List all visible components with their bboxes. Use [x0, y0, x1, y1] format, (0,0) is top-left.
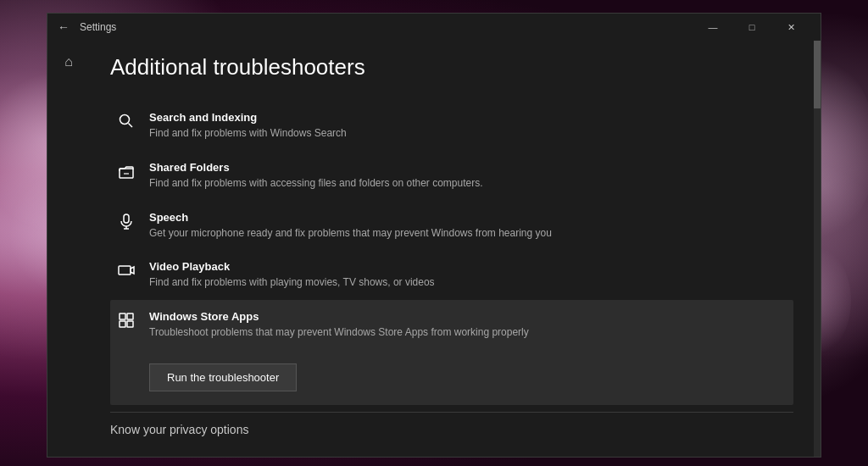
- search-indexing-title: Search and Indexing: [149, 111, 787, 124]
- svg-rect-7: [119, 266, 131, 275]
- privacy-section: Know your privacy options: [110, 412, 793, 436]
- shared-folders-title: Shared Folders: [149, 161, 787, 174]
- back-button[interactable]: ←: [58, 20, 70, 34]
- video-playback-icon: [117, 262, 136, 283]
- settings-window: ← Settings — □ ✕ ⌂ Additional troublesho…: [47, 13, 821, 458]
- svg-rect-10: [120, 321, 125, 327]
- svg-rect-9: [127, 313, 133, 319]
- home-icon[interactable]: ⌂: [64, 54, 73, 69]
- window-title: Settings: [80, 21, 693, 33]
- video-playback-title: Video Playback: [149, 260, 787, 273]
- shared-folders-icon: [117, 163, 136, 184]
- troubleshooter-item-speech[interactable]: Speech Get your microphone ready and fix…: [110, 201, 793, 251]
- troubleshooter-item-video-playback[interactable]: Video Playback Find and fix problems wit…: [110, 250, 793, 300]
- video-playback-desc: Find and fix problems with playing movie…: [149, 275, 787, 290]
- search-indexing-text: Search and Indexing Find and fix problem…: [149, 111, 787, 141]
- windows-store-desc: Troubleshoot problems that may prevent W…: [149, 325, 787, 340]
- windows-store-icon: [117, 312, 136, 333]
- svg-rect-11: [127, 321, 133, 327]
- speech-desc: Get your microphone ready and fix proble…: [149, 226, 787, 241]
- main-content: Additional troubleshooters Search and In…: [90, 41, 814, 457]
- maximize-button[interactable]: □: [732, 14, 771, 41]
- windows-store-title: Windows Store Apps: [149, 310, 787, 323]
- content-area: ⌂ Additional troubleshooters Search and …: [47, 41, 821, 457]
- window-controls: — □ ✕: [693, 14, 810, 41]
- minimize-button[interactable]: —: [693, 14, 732, 41]
- windows-store-text: Windows Store Apps Troubleshoot problems…: [149, 310, 787, 340]
- run-troubleshooter-button[interactable]: Run the troubleshooter: [149, 363, 297, 391]
- shared-folders-desc: Find and fix problems with accessing fil…: [149, 176, 787, 191]
- troubleshooter-item-shared-folders[interactable]: Shared Folders Find and fix problems wit…: [110, 151, 793, 201]
- svg-line-1: [129, 124, 133, 128]
- troubleshooter-item-search-indexing[interactable]: Search and Indexing Find and fix problem…: [110, 101, 793, 151]
- speech-text: Speech Get your microphone ready and fix…: [149, 211, 787, 241]
- shared-folders-text: Shared Folders Find and fix problems wit…: [149, 161, 787, 191]
- windows-store-header: Windows Store Apps Troubleshoot problems…: [117, 310, 787, 340]
- scrollbar-thumb[interactable]: [814, 41, 821, 108]
- video-playback-text: Video Playback Find and fix problems wit…: [149, 260, 787, 290]
- svg-rect-4: [124, 214, 129, 223]
- close-button[interactable]: ✕: [771, 14, 810, 41]
- sidebar: ⌂: [47, 41, 90, 457]
- page-title: Additional troubleshooters: [110, 54, 793, 80]
- troubleshooter-item-windows-store-apps[interactable]: Windows Store Apps Troubleshoot problems…: [110, 300, 793, 405]
- titlebar: ← Settings — □ ✕: [47, 14, 821, 41]
- search-indexing-desc: Find and fix problems with Windows Searc…: [149, 126, 787, 141]
- speech-icon: [117, 213, 136, 234]
- search-indexing-icon: [117, 113, 136, 134]
- svg-point-0: [120, 115, 130, 125]
- speech-title: Speech: [149, 211, 787, 224]
- run-button-container: Run the troubleshooter: [117, 353, 787, 395]
- svg-rect-8: [120, 313, 125, 319]
- scrollbar[interactable]: [814, 41, 821, 457]
- privacy-title: Know your privacy options: [110, 423, 793, 436]
